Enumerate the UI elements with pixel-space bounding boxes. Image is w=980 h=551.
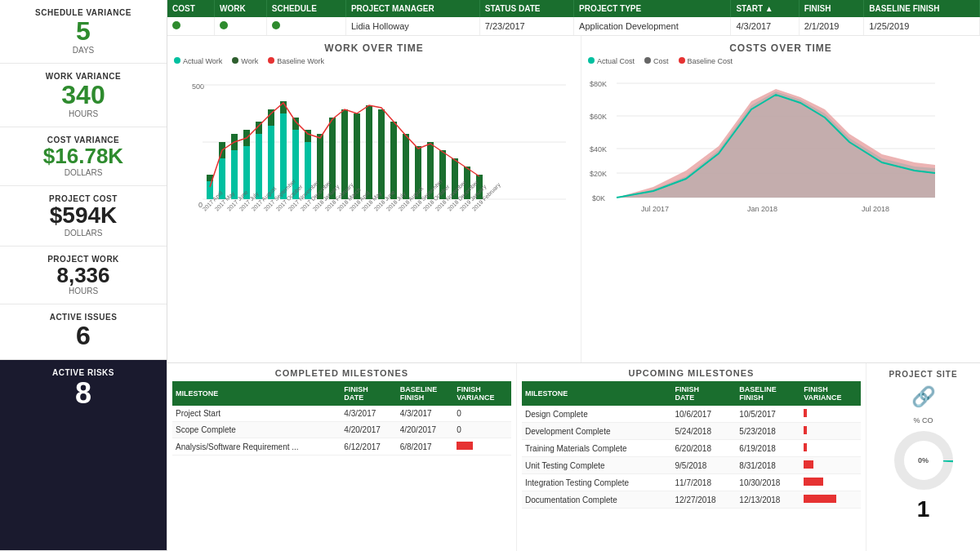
- work-variance-value: 340: [10, 81, 157, 109]
- table-row: Integration Testing Complete 11/7/2018 1…: [522, 474, 861, 491]
- work-chart-legend: Actual Work Work Baseline Work: [174, 57, 574, 65]
- costs-chart-panel: COSTS OVER TIME Actual Cost Cost Baselin…: [581, 36, 980, 362]
- milestone-name: Scope Complete: [172, 422, 341, 438]
- milestone-name: Design Complete: [522, 406, 672, 423]
- cm-baseline-header: BASELINEFINISH: [397, 381, 454, 406]
- manager-name: Lidia Holloway: [345, 17, 479, 36]
- baseline-work-legend: Baseline Work: [268, 57, 324, 65]
- svg-text:$20K: $20K: [590, 170, 607, 178]
- actual-work-legend: Actual Work: [174, 57, 222, 65]
- svg-text:Jul 2017: Jul 2017: [641, 205, 669, 213]
- table-row: Lidia Holloway 7/23/2017 Application Dev…: [167, 17, 980, 36]
- variance-cell: [453, 438, 511, 455]
- project-cost-value: $594K: [10, 203, 157, 229]
- finish-date: 5/24/2018: [672, 423, 737, 440]
- table-row: Development Complete 5/24/2018 5/23/2018: [522, 423, 861, 440]
- col-manager: PROJECT MANAGER: [345, 0, 479, 17]
- project-site-link-icon[interactable]: 🔗: [911, 385, 936, 408]
- cost-legend: Cost: [644, 57, 669, 65]
- col-status-date: STATUS DATE: [479, 0, 573, 17]
- completed-milestones-table: MILESTONE FINISHDATE BASELINEFINISH FINI…: [172, 381, 511, 455]
- work-dot: [220, 21, 228, 29]
- upcoming-milestones-table: MILESTONE FINISHDATE BASELINEFINISH FINI…: [522, 381, 861, 509]
- completed-milestones-panel: COMPLETED MILESTONES MILESTONE FINISHDAT…: [167, 363, 517, 551]
- cost-variance-panel: COST VARIANCE $16.78K DOLLARS: [0, 127, 167, 186]
- variance-cell: [800, 474, 861, 491]
- project-site-title: PROJECT SITE: [889, 370, 957, 379]
- milestone-name: Unit Testing Complete: [522, 457, 672, 474]
- percent-complete-value: 0%: [918, 456, 929, 464]
- um-baseline-header: BASELINEFINISH: [736, 381, 800, 406]
- costs-chart-svg: $80K $60K $40K $20K $0K: [588, 69, 939, 216]
- finish-date: 4/20/2017: [341, 422, 396, 438]
- svg-text:$40K: $40K: [590, 145, 607, 153]
- finish-date: 6/12/2017: [341, 438, 396, 455]
- costs-chart-legend: Actual Cost Cost Baseline Cost: [588, 57, 973, 65]
- svg-text:$80K: $80K: [590, 80, 607, 88]
- charts-row: WORK OVER TIME Actual Work Work Baseline…: [167, 36, 980, 363]
- finish-date: 6/20/2018: [672, 440, 737, 457]
- project-work-unit: HOURS: [10, 287, 157, 295]
- variance-cell: [800, 406, 861, 423]
- baseline-finish: 12/13/2018: [736, 491, 800, 509]
- bar: [366, 105, 372, 199]
- percent-complete-label: % CO: [913, 416, 933, 424]
- work-chart-area: 500 0: [174, 69, 574, 199]
- schedule-dot: [272, 21, 280, 29]
- upcoming-milestones-panel: UPCOMING MILESTONES MILESTONE FINISHDATE…: [517, 363, 866, 551]
- work-variance-panel: WORK VARIANCE 340 HOURS: [0, 64, 167, 127]
- baseline-finish: 5/23/2018: [736, 423, 800, 440]
- finish-date: 9/5/2018: [672, 457, 737, 474]
- costs-chart-title: COSTS OVER TIME: [588, 42, 973, 54]
- baseline-finish-date: 1/25/2019: [864, 17, 980, 36]
- baseline-finish: 4/3/2017: [397, 406, 454, 422]
- status-date: 7/23/2017: [479, 17, 573, 36]
- main-content: COST WORK SCHEDULE PROJECT MANAGER STATU…: [167, 0, 980, 551]
- work-chart-svg: 500 0: [174, 69, 574, 216]
- variance-cell: [800, 491, 861, 509]
- table-row: Analysis/Software Requirement ... 6/12/2…: [172, 438, 511, 455]
- table-row: Scope Complete 4/20/2017 4/20/2017 0: [172, 422, 511, 438]
- variance-cell: [800, 423, 861, 440]
- cost-dot-legend: [644, 57, 651, 64]
- project-work-value: 8,336: [10, 264, 157, 287]
- completed-milestones-title: COMPLETED MILESTONES: [172, 368, 511, 378]
- finish-date: 11/7/2018: [672, 474, 737, 491]
- cost-variance-value: $16.78K: [10, 144, 157, 168]
- schedule-variance-panel: SCHEDULE VARIANCE 5 DAYS: [0, 0, 167, 64]
- cost-variance-unit: DOLLARS: [10, 168, 157, 177]
- actual-work-dot: [174, 57, 180, 64]
- cm-finish-date-header: FINISHDATE: [341, 381, 396, 406]
- active-issues-value: 6: [10, 322, 157, 350]
- table-row: Training Materials Complete 6/20/2018 6/…: [522, 440, 861, 457]
- schedule-variance-unit: DAYS: [10, 46, 157, 55]
- um-variance-header: FINISHVARIANCE: [800, 381, 861, 406]
- active-risks-panel: ACTIVE RISKS 8: [0, 360, 167, 551]
- work-legend: Work: [232, 57, 258, 65]
- variance-cell: [800, 440, 861, 457]
- project-work-panel: PROJECT WORK 8,336 HOURS: [0, 247, 167, 305]
- baseline-finish: 6/8/2017: [397, 438, 454, 455]
- bar: [390, 122, 397, 199]
- col-start[interactable]: START ▲: [731, 0, 799, 17]
- variance-cell: [800, 457, 861, 474]
- actual-cost-dot: [588, 57, 595, 64]
- finish-date: 12/27/2018: [672, 491, 737, 509]
- upcoming-milestones-title: UPCOMING MILESTONES: [522, 368, 861, 378]
- cost-dot: [172, 21, 180, 29]
- project-cost-panel: PROJECT COST $594K DOLLARS: [0, 186, 167, 247]
- bar: [403, 134, 409, 199]
- um-finish-date-header: FINISHDATE: [672, 381, 737, 406]
- project-info-table: COST WORK SCHEDULE PROJECT MANAGER STATU…: [167, 0, 980, 36]
- active-risks-value: 8: [10, 377, 157, 410]
- baseline-finish: 6/19/2018: [736, 440, 800, 457]
- finish-date: 10/6/2017: [672, 406, 737, 423]
- finish-date: 2/1/2019: [799, 17, 864, 36]
- progress-chart: 0%: [891, 428, 956, 493]
- col-work: WORK: [215, 0, 267, 17]
- milestone-name: Analysis/Software Requirement ...: [172, 438, 341, 455]
- project-site-panel: PROJECT SITE 🔗 % CO 0% 1: [866, 363, 980, 551]
- svg-text:500: 500: [192, 82, 204, 91]
- col-schedule: SCHEDULE: [266, 0, 345, 17]
- col-baseline-finish: BASELINE FINISH: [864, 0, 980, 17]
